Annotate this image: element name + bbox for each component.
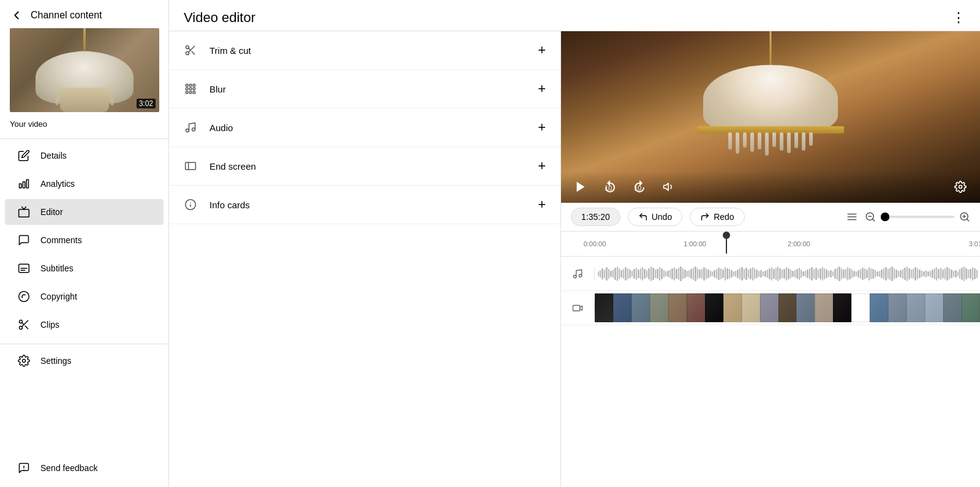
channel-content-title: Channel content: [31, 10, 102, 21]
lines-icon: [846, 211, 858, 222]
trim-cut-add-icon: +: [538, 42, 546, 58]
tool-trim-cut[interactable]: Trim & cut +: [169, 31, 560, 70]
playhead: [726, 234, 727, 254]
sidebar-item-editor-label: Editor: [40, 207, 63, 217]
svg-rect-25: [189, 88, 191, 89]
scissors-icon: [184, 43, 197, 57]
tool-blur[interactable]: Blur +: [169, 70, 560, 108]
clips-icon: [17, 318, 31, 331]
svg-rect-28: [189, 91, 191, 93]
more-options-button[interactable]: ⋮: [952, 10, 965, 26]
sidebar-item-analytics-label: Analytics: [40, 179, 75, 189]
editor-icon: [17, 205, 31, 219]
volume-button[interactable]: [659, 177, 679, 197]
tool-audio[interactable]: Audio +: [169, 108, 560, 147]
svg-rect-29: [193, 91, 195, 93]
sidebar-item-subtitles[interactable]: Subtitles: [5, 255, 164, 281]
blur-add-icon: +: [538, 81, 546, 97]
sidebar-item-send-feedback[interactable]: Send feedback: [5, 455, 164, 481]
main-content: Video editor ⋮ Trim & cut + Blur: [169, 0, 980, 487]
redo-button[interactable]: Redo: [690, 208, 744, 226]
svg-line-19: [192, 51, 195, 55]
info-icon: [184, 198, 197, 211]
sidebar-item-clips[interactable]: Clips: [5, 312, 164, 338]
analytics-icon: [17, 177, 31, 191]
video-thumbnail: 3:02: [10, 28, 159, 112]
edit-icon: [17, 149, 31, 162]
feedback-icon: [17, 461, 31, 475]
endscreen-icon: [184, 159, 197, 173]
fullscreen-button[interactable]: [951, 177, 970, 197]
play-button[interactable]: [571, 177, 590, 197]
undo-button[interactable]: Undo: [628, 208, 682, 226]
svg-point-52: [573, 275, 576, 278]
svg-point-31: [192, 128, 195, 131]
svg-line-12: [22, 323, 24, 325]
svg-point-30: [186, 129, 189, 132]
info-cards-add-icon: +: [538, 197, 546, 213]
svg-line-49: [967, 219, 968, 221]
svg-rect-2: [26, 179, 28, 187]
timeline-ruler: 0:00:00 1:00:00 2:00:00 3:01:23: [561, 232, 980, 257]
back-button[interactable]: [10, 9, 23, 22]
audio-icon: [184, 121, 197, 134]
zoom-controls: [865, 211, 970, 222]
video-track-label: [561, 303, 595, 314]
tools-panel: Trim & cut + Blur + Audio: [169, 31, 561, 487]
rewind-10-button[interactable]: 10: [600, 177, 620, 197]
sidebar-item-details-label: Details: [40, 151, 67, 160]
zoom-slider[interactable]: [881, 216, 954, 218]
comments-icon: [17, 233, 31, 247]
svg-line-11: [25, 326, 28, 329]
svg-point-13: [23, 360, 26, 363]
audio-add-icon: +: [538, 119, 546, 135]
svg-rect-21: [186, 85, 188, 86]
timeline-section: 0:00:00 1:00:00 2:00:00 3:01:23: [561, 232, 980, 487]
playhead-dot: [723, 232, 730, 239]
video-filmstrip: [595, 293, 980, 322]
svg-point-53: [579, 274, 582, 277]
page-title: Video editor: [184, 10, 255, 26]
subtitles-icon: [17, 262, 31, 275]
svg-line-46: [872, 219, 874, 221]
svg-rect-22: [189, 85, 191, 86]
svg-rect-27: [186, 91, 188, 93]
svg-marker-37: [577, 182, 585, 192]
svg-rect-23: [193, 85, 195, 86]
tool-end-screen[interactable]: End screen +: [169, 147, 560, 186]
sidebar-item-comments[interactable]: Comments: [5, 227, 164, 253]
timeline-toolbar: 1:35:20 Undo Redo: [561, 203, 980, 232]
sidebar-item-copyright[interactable]: Copyright: [5, 284, 164, 309]
sidebar-item-settings[interactable]: Settings: [5, 348, 164, 374]
audio-track-row: (function(){ const c = document.currentS…: [561, 257, 980, 291]
sidebar-item-editor[interactable]: Editor: [5, 199, 164, 225]
sidebar-item-comments-label: Comments: [40, 235, 82, 245]
sidebar-item-send-feedback-label: Send feedback: [40, 463, 97, 473]
svg-rect-26: [193, 88, 195, 89]
main-header: Video editor ⋮: [169, 0, 980, 31]
audio-track-content: (function(){ const c = document.currentS…: [595, 257, 980, 290]
svg-rect-1: [23, 182, 24, 188]
video-thumbnail-container: 3:02: [10, 28, 159, 112]
svg-rect-24: [186, 88, 188, 89]
timemark-0: 0:00:00: [584, 240, 606, 247]
timemark-1: 1:00:00: [684, 240, 706, 247]
svg-point-7: [19, 292, 29, 302]
video-preview: 10 10: [561, 31, 980, 203]
copyright-icon: [17, 290, 31, 303]
video-track-content: [595, 291, 980, 325]
tool-info-cards[interactable]: Info cards +: [169, 186, 560, 224]
timemark-2: 2:00:00: [788, 240, 810, 247]
blur-icon: [184, 82, 197, 96]
svg-marker-40: [664, 183, 669, 191]
forward-10-button[interactable]: 10: [630, 177, 649, 197]
audio-label: Audio: [209, 123, 233, 133]
svg-rect-0: [20, 184, 21, 188]
zoom-in-button[interactable]: [959, 211, 970, 222]
zoom-out-button[interactable]: [865, 211, 876, 222]
current-time-display: 1:35:20: [571, 208, 620, 226]
sidebar-item-analytics[interactable]: Analytics: [5, 171, 164, 197]
duration-badge: 3:02: [137, 99, 156, 108]
svg-line-20: [189, 48, 190, 50]
sidebar-item-details[interactable]: Details: [5, 143, 164, 168]
